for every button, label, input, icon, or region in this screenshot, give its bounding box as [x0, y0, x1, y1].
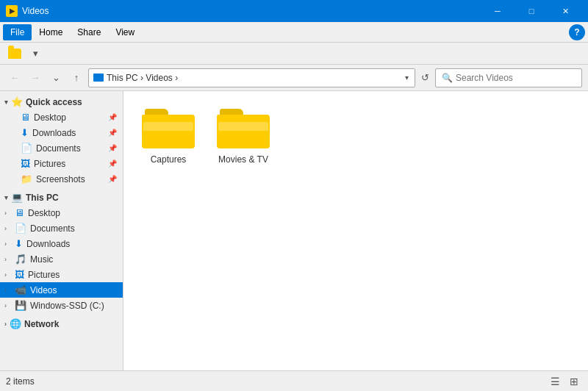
menu-share[interactable]: Share [70, 24, 108, 40]
captures-folder-icon [142, 109, 195, 151]
videos-icon: 📹 [15, 284, 26, 295]
windows-ssd-icon: 💾 [15, 300, 26, 311]
pictures-label: Pictures [34, 159, 107, 169]
view-details-button[interactable]: ☰ [547, 373, 563, 390]
downloads-icon: ⬇ [21, 127, 29, 138]
pictures2-icon: 🖼 [15, 269, 24, 280]
folder-front-movies [217, 115, 270, 148]
windows-ssd-label: Windows-SSD (C:) [30, 301, 118, 311]
view-large-icons-button[interactable]: ⊞ [566, 373, 582, 390]
window-title: Videos [22, 6, 481, 16]
nav-back-button[interactable]: ← [6, 69, 24, 87]
sidebar-item-this-pc-desktop[interactable]: › 🖥 Desktop [0, 205, 123, 220]
sidebar-item-this-pc-music[interactable]: › 🎵 Music [0, 251, 123, 267]
nav-forward-button[interactable]: → [26, 69, 44, 87]
videos-label: Videos [30, 285, 118, 295]
screenshots-icon: 📁 [21, 173, 32, 184]
sidebar-section-network[interactable]: › 🌐 Network [0, 316, 123, 331]
help-button[interactable]: ? [569, 24, 585, 40]
sidebar-item-this-pc-pictures[interactable]: › 🖼 Pictures [0, 267, 123, 282]
screenshots-pin-icon: 📌 [108, 175, 117, 183]
documents-label: Documents [36, 143, 107, 154]
sidebar-item-this-pc-downloads[interactable]: › ⬇ Downloads [0, 236, 123, 251]
network-icon: 🌐 [10, 318, 21, 329]
status-bar: 2 items ☰ ⊞ [0, 370, 588, 391]
desktop2-label: Desktop [28, 208, 118, 218]
desktop2-expand: › [4, 209, 13, 217]
network-label: Network [24, 319, 59, 329]
downloads2-label: Downloads [26, 239, 118, 249]
pictures2-expand: › [4, 271, 13, 279]
downloads2-icon: ⬇ [15, 238, 23, 249]
maximize-button[interactable]: □ [514, 0, 548, 22]
pictures-pin-icon: 📌 [108, 159, 117, 168]
quick-access-chevron: ▾ [4, 98, 8, 106]
sidebar-item-desktop[interactable]: 🖥 Desktop 📌 [0, 110, 123, 125]
app-icon: ▶ [6, 5, 18, 17]
movies-tv-label: Movies & TV [218, 154, 268, 165]
toolbar-dropdown[interactable]: ▾ [26, 45, 44, 62]
screenshots-label: Screenshots [36, 174, 107, 184]
menu-file[interactable]: File [3, 24, 32, 40]
address-bar: ← → ⌄ ↑ This PC › Videos › ▾ ↺ 🔍 [0, 65, 588, 91]
content-area: Captures Movies & TV [123, 91, 588, 370]
downloads2-expand: › [4, 240, 13, 248]
desktop-label: Desktop [34, 112, 107, 123]
close-button[interactable]: ✕ [548, 0, 582, 22]
quick-access-star-icon: ⭐ [11, 96, 23, 107]
movies-tv-folder-icon [217, 109, 270, 151]
folder-captures[interactable]: Captures [135, 103, 201, 171]
documents-pin-icon: 📌 [108, 144, 117, 152]
sidebar-section-this-pc[interactable]: ▾ 💻 This PC [0, 190, 123, 205]
folder-light-captures [143, 122, 193, 131]
documents2-label: Documents [30, 223, 118, 234]
main-layout: ▾ ⭐ Quick access 🖥 Desktop 📌 ⬇ Downloads… [0, 91, 588, 370]
documents-icon: 📄 [21, 143, 32, 154]
search-box[interactable]: 🔍 [435, 68, 582, 87]
desktop-icon: 🖥 [21, 112, 30, 123]
title-bar: ▶ Videos ─ □ ✕ [0, 0, 588, 22]
sidebar-item-downloads[interactable]: ⬇ Downloads 📌 [0, 125, 123, 140]
toolbar-folder-icon [6, 45, 24, 62]
address-box[interactable]: This PC › Videos › ▾ [88, 68, 415, 87]
folder-front-captures [142, 115, 195, 148]
sidebar-item-this-pc-windows-ssd[interactable]: › 💾 Windows-SSD (C:) [0, 298, 123, 313]
minimize-button[interactable]: ─ [481, 0, 514, 22]
sidebar-item-this-pc-documents[interactable]: › 📄 Documents [0, 220, 123, 236]
pictures2-label: Pictures [28, 270, 118, 280]
status-right: ☰ ⊞ [547, 373, 582, 390]
pictures-icon: 🖼 [21, 158, 30, 169]
nav-up-button[interactable]: ↑ [68, 69, 85, 87]
sidebar-item-this-pc-videos[interactable]: › 📹 Videos [0, 282, 123, 298]
sidebar-item-documents[interactable]: 📄 Documents 📌 [0, 140, 123, 156]
nav-recent-button[interactable]: ⌄ [47, 69, 65, 87]
videos-expand: › [4, 287, 13, 294]
downloads-pin-icon: 📌 [108, 129, 117, 137]
quick-access-label: Quick access [26, 97, 82, 107]
music-expand: › [4, 256, 13, 263]
search-input[interactable] [456, 73, 576, 83]
documents2-icon: 📄 [15, 223, 26, 234]
menu-view[interactable]: View [108, 24, 142, 40]
address-chevron[interactable]: ▾ [404, 73, 410, 82]
refresh-button[interactable]: ↺ [418, 72, 432, 83]
music-label: Music [30, 254, 118, 265]
folder-movies-tv[interactable]: Movies & TV [210, 103, 276, 171]
address-folder-icon [93, 73, 104, 82]
captures-label: Captures [151, 154, 187, 165]
windows-ssd-expand: › [4, 302, 13, 309]
this-pc-icon: 💻 [11, 192, 23, 203]
menu-home[interactable]: Home [32, 24, 70, 40]
address-path: This PC › Videos › [107, 73, 401, 83]
menu-bar: File Home Share View ? [0, 22, 588, 43]
desktop-pin-icon: 📌 [108, 113, 117, 121]
this-pc-chevron: ▾ [4, 194, 8, 201]
sidebar-item-pictures[interactable]: 🖼 Pictures 📌 [0, 156, 123, 171]
search-icon: 🔍 [442, 73, 453, 83]
music-icon: 🎵 [15, 254, 26, 265]
menu-bar-right: ? [569, 24, 585, 40]
sidebar-item-screenshots[interactable]: 📁 Screenshots 📌 [0, 171, 123, 187]
window-controls: ─ □ ✕ [481, 0, 582, 22]
sidebar-section-quick-access[interactable]: ▾ ⭐ Quick access [0, 94, 123, 110]
desktop2-icon: 🖥 [15, 207, 24, 218]
